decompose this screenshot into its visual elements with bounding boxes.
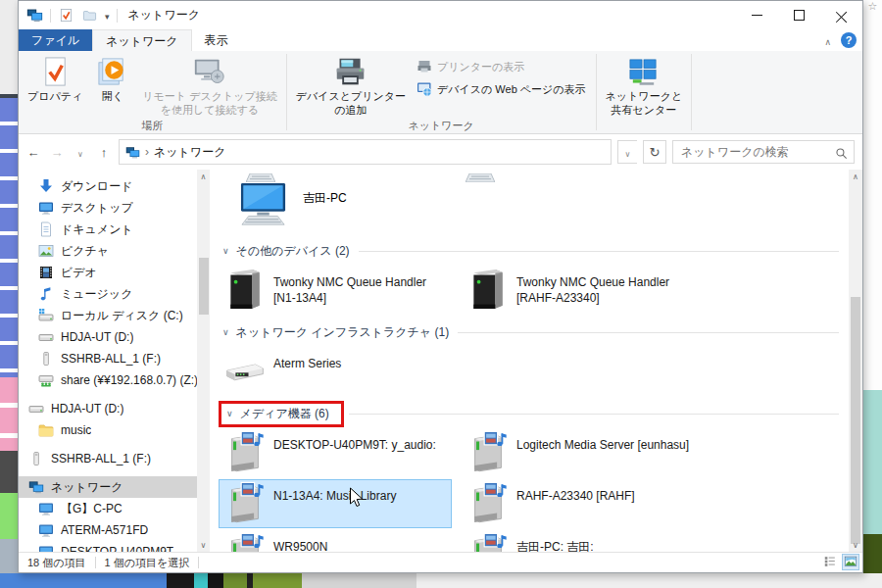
scroll-up-icon[interactable]: ∧ <box>197 170 210 184</box>
ribbon-tab[interactable]: 表示 <box>192 29 241 51</box>
section-title: メディア機器 (6) <box>240 406 329 422</box>
ribbon-tab[interactable]: ファイル <box>19 29 92 51</box>
chevron-down-icon <box>222 246 229 256</box>
netdrive-icon <box>38 372 54 388</box>
device-item[interactable]: 吉田-PC: 吉田: <box>462 530 841 553</box>
navigation-pane: ダウンロード デスクトップ ドキュメント ピクチャ ビデオ ミュージック ローカ… <box>19 170 210 553</box>
qat-new-folder-icon[interactable] <box>81 8 98 23</box>
usb-icon <box>38 351 54 367</box>
sidebar-item-label: ビデオ <box>61 265 97 281</box>
add-device-printer-icon <box>334 56 367 88</box>
ribbon: プロパティ 開く リモート デスクトップ接続 を使用して接続する 場所 <box>19 51 862 134</box>
search-box[interactable] <box>672 140 855 164</box>
sidebar-item[interactable]: music <box>19 419 210 441</box>
remote-desktop-button[interactable]: リモート デスクトップ接続 を使用して接続する <box>135 52 283 118</box>
add-devices-printers-button[interactable]: デバイスとプリンター の追加 <box>289 52 413 118</box>
details-view-button[interactable] <box>821 554 839 570</box>
content-scrollbar[interactable]: ∧ ∨ <box>849 170 862 553</box>
computer-icon <box>233 182 294 229</box>
sidebar-item[interactable]: SSHRB-ALL_1 (F:) <box>19 448 210 469</box>
large-icons-view-button[interactable] <box>842 554 859 570</box>
scroll-up-icon[interactable]: ∧ <box>849 170 862 184</box>
qat-properties-icon[interactable] <box>58 8 74 23</box>
device-section: ネットワーク インフラストラクチャ (1) Aterm Series <box>219 322 841 396</box>
title-bar[interactable]: ネットワーク <box>19 1 862 29</box>
sidebar-item[interactable]: ドキュメント <box>19 219 210 240</box>
properties-button[interactable]: プロパティ <box>21 52 89 104</box>
group-divider <box>691 54 692 130</box>
network-sharing-center-button[interactable]: ネットワークと 共有センター <box>599 52 690 118</box>
media-icon <box>224 532 266 553</box>
section-header[interactable]: メディア機器 (6) <box>219 404 841 423</box>
help-icon[interactable]: ? <box>841 32 857 48</box>
view-device-webpage-button[interactable]: デバイスの Web ページの表示 <box>416 81 586 97</box>
minimize-button[interactable] <box>736 1 778 29</box>
sidebar-item[interactable]: SSHRB-ALL_1 (F:) <box>19 348 210 369</box>
chevron-down-icon <box>222 327 229 337</box>
section-header[interactable]: その他のデバイス (2) <box>219 241 841 261</box>
close-button[interactable] <box>820 1 862 29</box>
sidebar-item[interactable]: 【G】C-PC <box>19 498 210 519</box>
open-button[interactable]: 開く <box>89 52 135 104</box>
close-icon <box>836 10 847 21</box>
sidebar-item[interactable]: ローカル ディスク (C:) <box>19 305 210 326</box>
device-item[interactable]: Logitech Media Server [eunhasu] <box>462 428 841 477</box>
sidebar-item[interactable]: デスクトップ <box>19 197 210 219</box>
sidebar-scrollbar[interactable]: ∧ ∨ <box>197 170 210 553</box>
device-label: Twonky NMC Queue Handler <box>516 275 669 291</box>
device-label: RAHF-A23340 [RAHF] <box>516 489 635 505</box>
section-rule <box>359 251 839 252</box>
forward-button[interactable] <box>48 145 66 160</box>
device-item[interactable]: DESKTOP-U40PM9T: y_audio: <box>219 428 452 477</box>
sidebar-item[interactable]: ピクチャ <box>19 240 210 262</box>
ribbon-group-network: デバイスとプリンター の追加 プリンターの表示 デバイスの Web ページの表示 <box>287 51 596 133</box>
explorer-window: ネットワーク ファイルネットワーク表示 ? プロパティ <box>18 0 863 573</box>
sidebar-item[interactable]: share (¥¥192.168.0.7) (Z:) <box>19 369 210 391</box>
sidebar-item[interactable]: ビデオ <box>19 262 210 283</box>
partial-device-icon <box>246 170 275 177</box>
breadcrumb[interactable]: ネットワーク <box>154 144 225 161</box>
breadcrumb-chevron-icon[interactable] <box>145 145 149 159</box>
usb-icon <box>28 451 44 466</box>
device-item[interactable]: RAHF-A23340 [RAHF] <box>462 479 841 528</box>
scroll-down-icon[interactable]: ∨ <box>849 538 862 553</box>
scrollbar-thumb[interactable] <box>851 297 860 544</box>
device-item[interactable]: N1-13A4: Music Library <box>219 479 452 528</box>
divider <box>198 557 199 568</box>
computer-item[interactable]: 吉田-PC <box>219 182 454 233</box>
search-input[interactable] <box>679 144 831 160</box>
view-printers-button[interactable]: プリンターの表示 <box>416 59 586 74</box>
collapse-ribbon-icon[interactable] <box>824 31 831 49</box>
sidebar-item[interactable]: HDJA-UT (D:) <box>19 326 210 348</box>
maximize-button[interactable] <box>778 1 820 29</box>
view-device-webpage-icon <box>416 81 432 97</box>
address-dropdown-button[interactable] <box>617 140 637 164</box>
address-bar[interactable]: ネットワーク <box>119 139 612 165</box>
partial-device-icon <box>466 170 495 177</box>
drive-icon <box>28 401 44 416</box>
section-header[interactable]: ネットワーク インフラストラクチャ (1) <box>219 322 841 342</box>
scroll-down-icon[interactable]: ∨ <box>197 538 210 553</box>
qat-customize-caret-icon[interactable] <box>105 9 110 23</box>
section-title: その他のデバイス (2) <box>236 243 350 260</box>
back-button[interactable] <box>24 145 42 160</box>
sidebar-item[interactable]: HDJA-UT (D:) <box>19 398 210 419</box>
device-item[interactable]: Twonky NMC Queue Handler [N1-13A4] <box>219 266 452 315</box>
device-item[interactable]: Aterm Series <box>219 347 452 396</box>
recent-locations-icon[interactable] <box>72 145 89 160</box>
sidebar-item[interactable]: ダウンロード <box>19 175 210 197</box>
sidebar-item[interactable]: ATERM-A571FD <box>19 519 210 541</box>
device-item[interactable]: Twonky NMC Queue Handler [RAHF-A23340] <box>462 266 841 315</box>
sidebar-item[interactable]: ミュージック <box>19 283 210 305</box>
refresh-button[interactable] <box>643 140 666 164</box>
ribbon-tab[interactable]: ネットワーク <box>92 29 191 51</box>
up-button[interactable] <box>95 145 113 160</box>
sidebar-item[interactable]: ネットワーク <box>19 476 210 498</box>
device-label: Aterm Series <box>273 357 341 372</box>
document-icon <box>38 221 54 237</box>
device-section: メディア機器 (6) DESKTOP-U40PM9T: y_audio: Log… <box>219 404 841 553</box>
refresh-icon <box>650 143 661 161</box>
device-sublabel: [RAHF-A23340] <box>516 291 669 307</box>
scrollbar-thumb[interactable] <box>199 258 209 315</box>
device-item[interactable]: WR9500N <box>219 530 452 553</box>
